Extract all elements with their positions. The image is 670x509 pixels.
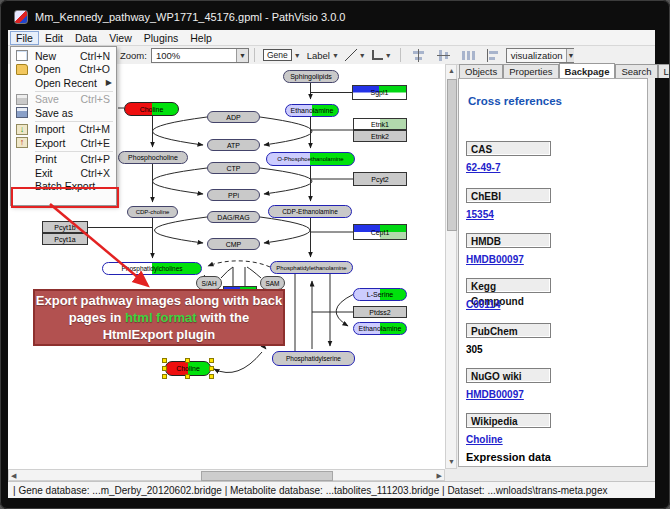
new-line-button[interactable]: ▼ bbox=[345, 49, 366, 61]
zoom-combobox[interactable]: 100% ▼ bbox=[151, 48, 249, 63]
xref-link[interactable]: 62-49-7 bbox=[466, 162, 500, 173]
node-etnk1[interactable]: Etnk1 bbox=[353, 118, 407, 130]
menu-data[interactable]: Data bbox=[69, 31, 103, 45]
chevron-down-icon[interactable]: ▼ bbox=[359, 52, 366, 59]
menu-item-print[interactable]: PrintCtrl+P bbox=[11, 153, 116, 167]
xref-link[interactable]: Choline bbox=[466, 434, 503, 445]
xref-link[interactable]: C00114 bbox=[466, 299, 500, 310]
horizontal-scroll-thumb[interactable] bbox=[201, 471, 333, 481]
window-title: Mm_Kennedy_pathway_WP1771_45176.gpml - P… bbox=[35, 11, 345, 23]
chevron-down-icon[interactable]: ▼ bbox=[236, 49, 248, 62]
menu-help[interactable]: Help bbox=[184, 31, 218, 45]
align-center-x-icon[interactable] bbox=[412, 49, 425, 62]
node-cdp-choline[interactable]: CDP-choline bbox=[127, 206, 178, 218]
callout-line-3: HtmlExport plugin bbox=[35, 326, 283, 343]
chevron-down-icon[interactable]: ▼ bbox=[332, 52, 339, 59]
node-phosphatidylethanolamine[interactable]: Phosphatidylethanolamine bbox=[270, 261, 353, 274]
menu-separator bbox=[35, 151, 113, 152]
scroll-right-icon[interactable]: ▶ bbox=[437, 471, 442, 481]
node-ctp[interactable]: CTP bbox=[207, 162, 260, 174]
scroll-left-icon[interactable]: ◀ bbox=[11, 471, 16, 481]
status-bar: | Gene database: ...m_Derby_20120602.bri… bbox=[8, 481, 655, 498]
menu-item-export[interactable]: ↑ExportCtrl+E bbox=[11, 136, 116, 150]
node-sam[interactable]: SAM bbox=[260, 276, 285, 290]
node-phosphocholine[interactable]: Phosphocholine bbox=[118, 151, 188, 164]
node-atp[interactable]: ATP bbox=[207, 139, 260, 151]
menu-item-label: Save as bbox=[35, 107, 73, 119]
xref-link[interactable]: HMDB00097 bbox=[466, 389, 524, 400]
node-cmp[interactable]: CMP bbox=[207, 238, 260, 250]
node-l-serine[interactable]: L-Serine bbox=[353, 288, 407, 301]
scroll-down-icon[interactable]: ▼ bbox=[448, 457, 455, 467]
selection-handle[interactable] bbox=[209, 366, 214, 371]
selection-handle[interactable] bbox=[185, 358, 190, 363]
menu-item-save-as[interactable]: Save as bbox=[11, 106, 116, 120]
menu-item-exit[interactable]: ExitCtrl+X bbox=[11, 166, 116, 180]
new-datanode-button[interactable]: Gene ▼ bbox=[263, 49, 301, 61]
node-pcyt2[interactable]: Pcyt2 bbox=[353, 172, 407, 186]
node-ptdss2[interactable]: Ptdss2 bbox=[353, 306, 407, 318]
chevron-down-icon[interactable]: ▼ bbox=[294, 52, 301, 59]
label-template-label: Label bbox=[307, 50, 330, 61]
node-sah[interactable]: S/AH bbox=[196, 276, 222, 290]
selection-handle[interactable] bbox=[209, 374, 214, 379]
selection-handle[interactable] bbox=[209, 358, 214, 363]
align-center-y-icon[interactable] bbox=[437, 49, 450, 62]
node-ethanolamine-bottom[interactable]: Ethanolamine bbox=[353, 322, 407, 335]
chevron-down-icon[interactable]: ▼ bbox=[385, 52, 392, 59]
tab-backpage[interactable]: Backpage bbox=[559, 63, 616, 78]
node-ppi[interactable]: PPi bbox=[207, 189, 260, 201]
node-o-phosphoethanolamine[interactable]: O-Phosphoethanolamine bbox=[266, 152, 355, 166]
tab-search[interactable]: Search bbox=[615, 64, 657, 78]
menu-file[interactable]: File bbox=[10, 31, 39, 45]
menu-item-label: Export bbox=[35, 137, 65, 149]
xref-link[interactable]: 15354 bbox=[466, 209, 494, 220]
selection-handle[interactable] bbox=[162, 374, 167, 379]
xref-section-chebi: ChEBI15354 bbox=[466, 188, 616, 222]
visualization-combobox[interactable]: visualization ▼ bbox=[506, 48, 574, 63]
menu-item-open[interactable]: OpenCtrl+O bbox=[11, 63, 116, 77]
canvas-vertical-scrollbar[interactable]: ▲ ▼ bbox=[445, 64, 457, 469]
menu-item-new[interactable]: NewCtrl+N bbox=[11, 49, 116, 63]
chevron-down-icon[interactable]: ▼ bbox=[566, 49, 574, 62]
selection-handle[interactable] bbox=[162, 358, 167, 363]
node-cept1[interactable]: Cept1 bbox=[353, 224, 407, 240]
selection-handle[interactable] bbox=[185, 374, 190, 379]
vertical-scroll-thumb[interactable] bbox=[447, 79, 457, 231]
menu-item-open-recent[interactable]: Open Recent▶ bbox=[11, 76, 116, 90]
scroll-up-icon[interactable]: ▲ bbox=[448, 66, 455, 76]
align-left-icon[interactable] bbox=[487, 49, 500, 62]
node-phosphatidylcholines[interactable]: Phosphatidylcholines bbox=[102, 262, 202, 275]
tab-legend[interactable]: Legend bbox=[658, 64, 670, 78]
node-ethanolamine-top[interactable]: Ethanolamine bbox=[285, 104, 339, 117]
batch-export-highlight-box bbox=[11, 187, 119, 208]
menu-item-import[interactable]: ↓ImportCtrl+M bbox=[11, 123, 116, 137]
node-etnk2[interactable]: Etnk2 bbox=[353, 130, 407, 142]
xref-header: Wikipedia bbox=[466, 413, 551, 428]
node-sgpl1[interactable]: Sgpl1 bbox=[352, 85, 407, 100]
node-pcyt1b[interactable]: Pcyt1b bbox=[42, 221, 88, 233]
new-connector-button[interactable]: ▼ bbox=[372, 50, 392, 60]
node-choline-top[interactable]: Choline bbox=[124, 102, 179, 116]
menu-view[interactable]: View bbox=[103, 31, 138, 45]
node-adp[interactable]: ADP bbox=[207, 111, 260, 123]
menu-plugins[interactable]: Plugins bbox=[138, 31, 184, 45]
tab-properties[interactable]: Properties bbox=[503, 64, 558, 78]
canvas-horizontal-scrollbar[interactable]: ◀ ▶ bbox=[8, 469, 445, 481]
title-bar[interactable]: Mm_Kennedy_pathway_WP1771_45176.gpml - P… bbox=[8, 5, 648, 29]
distribute-horizontal-icon[interactable] bbox=[462, 49, 475, 62]
new-label-button[interactable]: Label ▼ bbox=[307, 50, 339, 61]
node-sphingolipids[interactable]: Sphingolipids bbox=[283, 70, 339, 83]
node-pcyt1a[interactable]: Pcyt1a bbox=[42, 233, 88, 245]
xref-value: 305 bbox=[466, 344, 483, 355]
menu-edit[interactable]: Edit bbox=[39, 31, 69, 45]
node-cdp-ethanolamine[interactable]: CDP-Ethanolamine bbox=[268, 205, 352, 218]
selection-handle[interactable] bbox=[162, 366, 167, 371]
menu-shortcut: Ctrl+X bbox=[81, 167, 110, 179]
tab-objects[interactable]: Objects bbox=[459, 64, 503, 78]
menu-shortcut: Ctrl+E bbox=[81, 137, 110, 149]
xref-link[interactable]: HMDB00097 bbox=[466, 254, 524, 265]
node-dag-rag[interactable]: DAG/RAG bbox=[207, 211, 260, 223]
xref-section-nugo-wiki: NuGO wikiHMDB00097 bbox=[466, 368, 616, 402]
node-phosphatidylserine[interactable]: Phosphatidylserine bbox=[272, 351, 355, 366]
